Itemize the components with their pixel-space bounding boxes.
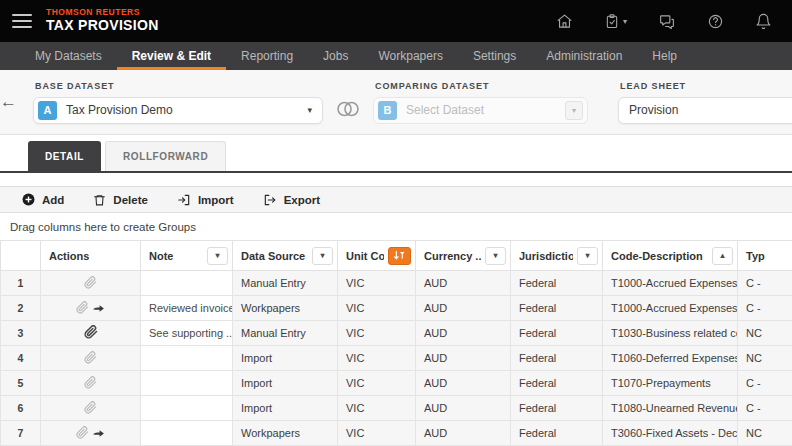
back-arrow-icon[interactable]: ← (0, 92, 17, 112)
data-source-cell: Workpapers (233, 421, 338, 446)
actions-cell (41, 421, 141, 446)
table-row[interactable]: 5 Import VIC AUD Federal T1070-Prepaymen… (1, 371, 792, 396)
note-cell[interactable]: Reviewed invoices (141, 296, 233, 321)
main-nav: My Datasets Review & Edit Reporting Jobs… (0, 42, 792, 70)
export-button[interactable]: Export (263, 193, 320, 207)
actions-column-header[interactable]: Actions (41, 241, 141, 271)
trash-icon (93, 193, 106, 207)
currency-cell: AUD (416, 371, 511, 396)
grid-toolbar: Add Delete Import Export (0, 186, 792, 213)
note-column-menu-button[interactable]: ▾ (207, 247, 228, 265)
group-by-drop-zone[interactable]: Drag columns here to create Groups (10, 221, 792, 237)
row-number: 4 (1, 346, 41, 371)
actions-cell (41, 346, 141, 371)
paperclip-icon[interactable] (84, 354, 97, 366)
code-description-column-header[interactable]: Code-Description▴ (603, 241, 738, 271)
nav-review-and-edit[interactable]: Review & Edit (117, 42, 226, 70)
table-row[interactable]: 2 Reviewed invoices Workpapers VIC AUD F… (1, 296, 792, 321)
row-number-header (1, 241, 41, 271)
type-cell: NC (738, 346, 792, 371)
code-description-cell: T1080-Unearned Revenue (603, 396, 738, 421)
hamburger-menu-icon[interactable] (12, 14, 32, 28)
tab-rollforward[interactable]: ROLLFORWARD (105, 141, 226, 171)
paperclip-icon[interactable] (84, 404, 97, 416)
type-column-header[interactable]: Typ (738, 241, 792, 271)
base-dataset-select[interactable]: A Tax Provision Demo ▾ (33, 97, 323, 124)
dataset-a-badge: A (38, 101, 57, 120)
bell-icon[interactable] (755, 13, 772, 30)
comparing-dataset-label: COMPARING DATASET (375, 81, 588, 91)
jurisdiction-cell: Federal (511, 346, 603, 371)
type-cell: NC (738, 321, 792, 346)
paperclip-bold-icon[interactable] (84, 329, 98, 341)
jurisdiction-cell: Federal (511, 396, 603, 421)
nav-my-datasets[interactable]: My Datasets (20, 42, 117, 70)
data-source-column-header[interactable]: Data Source▾ (233, 241, 338, 271)
lead-sheet-label: LEAD SHEET (620, 81, 792, 91)
note-cell[interactable] (141, 421, 233, 446)
table-row[interactable]: 4 Import VIC AUD Federal T1060-Deferred … (1, 346, 792, 371)
actions-cell (41, 396, 141, 421)
delete-button[interactable]: Delete (93, 193, 148, 207)
forward-arrow-icon[interactable] (92, 428, 105, 440)
note-cell[interactable] (141, 271, 233, 296)
chevron-down-icon[interactable]: ▾ (565, 101, 583, 120)
code-description-cell: T1060-Deferred Expenses (603, 346, 738, 371)
messages-icon[interactable] (658, 13, 676, 30)
paperclip-icon[interactable] (76, 429, 89, 441)
compare-datasets-icon[interactable] (335, 99, 361, 123)
type-cell: NC (738, 421, 792, 446)
unit-code-cell: VIC (338, 321, 416, 346)
currency-column-header[interactable]: Currency ...▾ (416, 241, 511, 271)
type-cell: C - (738, 371, 792, 396)
table-row[interactable]: 7 Workpapers VIC AUD Federal T3060-Fixed… (1, 421, 792, 446)
table-row[interactable]: 1 Manual Entry VIC AUD Federal T1000-Acc… (1, 271, 792, 296)
nav-settings[interactable]: Settings (458, 42, 531, 70)
jurisdiction-column-header[interactable]: Jurisdiction▾ (511, 241, 603, 271)
data-source-column-menu-button[interactable]: ▾ (312, 247, 333, 265)
tab-detail[interactable]: DETAIL (28, 141, 101, 171)
note-cell[interactable]: See supporting ... (141, 321, 233, 346)
row-number: 3 (1, 321, 41, 346)
currency-cell: AUD (416, 346, 511, 371)
add-button[interactable]: Add (22, 193, 64, 206)
currency-cell: AUD (416, 271, 511, 296)
paperclip-icon[interactable] (84, 379, 97, 391)
forward-arrow-icon[interactable] (92, 303, 105, 315)
nav-workpapers[interactable]: Workpapers (363, 42, 457, 70)
jurisdiction-cell: Federal (511, 321, 603, 346)
note-cell[interactable] (141, 346, 233, 371)
note-column-header[interactable]: Note▾ (141, 241, 233, 271)
currency-column-menu-button[interactable]: ▾ (485, 247, 506, 265)
data-source-cell: Import (233, 396, 338, 421)
jurisdiction-cell: Federal (511, 296, 603, 321)
chevron-down-icon: ▾ (623, 17, 627, 26)
unit-code-cell: VIC (338, 421, 416, 446)
comparing-dataset-select[interactable]: B Select Dataset ▾ (373, 97, 588, 124)
help-icon[interactable] (707, 13, 724, 30)
lead-sheet-select[interactable]: Provision (618, 97, 792, 124)
paperclip-icon[interactable] (84, 279, 97, 291)
dataset-b-badge: B (378, 101, 397, 120)
table-row[interactable]: 3 See supporting ... Manual Entry VIC AU… (1, 321, 792, 346)
jurisdiction-column-menu-button[interactable]: ▾ (577, 247, 598, 265)
nav-administration[interactable]: Administration (531, 42, 637, 70)
note-cell[interactable] (141, 396, 233, 421)
note-cell[interactable] (141, 371, 233, 396)
clipboard-check-icon[interactable]: ▾ (604, 13, 627, 30)
code-description-cell: T3060-Fixed Assets - Decline in Value (603, 421, 738, 446)
brand-line-2: TAX PROVISION (46, 18, 159, 34)
nav-jobs[interactable]: Jobs (308, 42, 363, 70)
unit-code-column-header[interactable]: Unit Code (338, 241, 416, 271)
code-description-sort-asc-button[interactable]: ▴ (712, 247, 733, 265)
nav-help[interactable]: Help (637, 42, 692, 70)
unit-code-filter-active-button[interactable] (388, 247, 411, 265)
nav-reporting[interactable]: Reporting (226, 42, 308, 70)
unit-code-cell: VIC (338, 371, 416, 396)
table-row[interactable]: 6 Import VIC AUD Federal T1080-Unearned … (1, 396, 792, 421)
code-description-cell: T1070-Prepayments (603, 371, 738, 396)
header-icon-group: ▾ (556, 13, 772, 30)
home-icon[interactable] (556, 13, 573, 30)
paperclip-icon[interactable] (76, 304, 89, 316)
import-button[interactable]: Import (177, 193, 234, 207)
